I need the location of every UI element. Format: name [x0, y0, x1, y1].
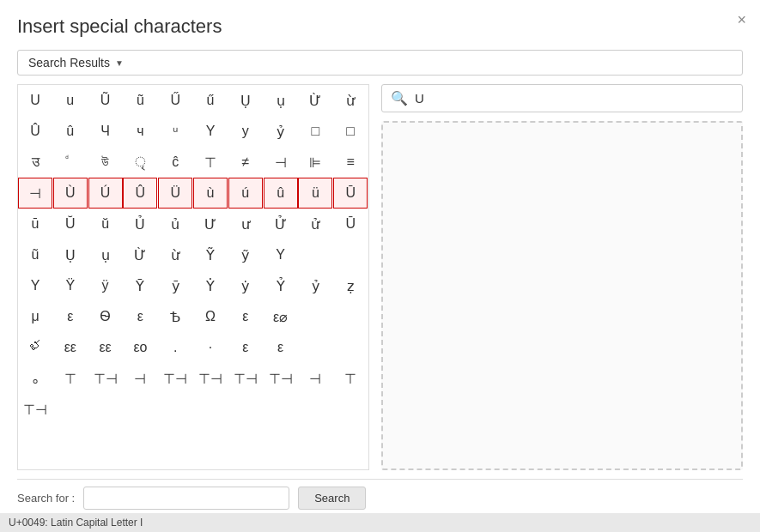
char-cell[interactable]: ε	[123, 301, 157, 332]
char-cell[interactable]: ᵘ	[158, 116, 192, 147]
char-cell[interactable]: ε	[53, 301, 88, 332]
char-cell[interactable]: ⊤⊣	[193, 363, 228, 394]
char-cell[interactable]: ⊤⊣	[18, 394, 52, 425]
char-cell[interactable]: ử	[298, 209, 332, 239]
char-cell[interactable]: ũ	[123, 85, 157, 116]
char-cell[interactable]: ⊣	[18, 178, 52, 209]
char-cell[interactable]: ⊤	[333, 363, 368, 394]
char-cell[interactable]	[333, 301, 368, 332]
char-cell[interactable]: ư	[228, 209, 263, 239]
char-cell[interactable]: û	[264, 178, 298, 209]
char-cell[interactable]: उ	[18, 147, 52, 178]
char-cell[interactable]: ụ	[264, 85, 298, 116]
char-cell[interactable]	[333, 239, 368, 270]
char-cell[interactable]: উ	[88, 147, 123, 178]
char-cell[interactable]: ⊫	[298, 147, 332, 178]
char-cell[interactable]: εo	[123, 332, 157, 363]
char-cell[interactable]: Y	[18, 270, 52, 301]
char-cell[interactable]: ч	[123, 116, 157, 147]
char-cell[interactable]: Ω	[193, 301, 228, 332]
close-button[interactable]: ×	[737, 12, 746, 27]
char-cell[interactable]: Ừ	[123, 239, 157, 270]
char-cell[interactable]: ≡	[333, 147, 368, 178]
char-cell[interactable]: ₒ	[18, 363, 52, 394]
char-cell[interactable]: □	[333, 116, 368, 147]
char-cell[interactable]: ⊤⊣	[88, 363, 123, 394]
char-cell[interactable]: ళ	[18, 332, 52, 363]
char-cell[interactable]: Ư	[193, 209, 228, 239]
char-cell[interactable]: ỷ	[264, 116, 298, 147]
char-cell[interactable]: ú	[228, 178, 263, 209]
char-cell[interactable]	[298, 301, 332, 332]
char-cell[interactable]: ·	[193, 332, 228, 363]
char-cell[interactable]: ü	[298, 178, 332, 209]
char-cell[interactable]: Ử	[264, 209, 298, 239]
char-cell[interactable]: □	[298, 116, 332, 147]
char-cell[interactable]: ŭ	[88, 209, 123, 239]
char-cell[interactable]: ε	[264, 332, 298, 363]
char-cell[interactable]: ⊤⊣	[264, 363, 298, 394]
char-cell[interactable]: ε⌀	[264, 301, 298, 332]
char-cell[interactable]: ừ	[333, 85, 368, 116]
char-cell[interactable]: ⊣	[298, 363, 332, 394]
char-cell[interactable]: Ụ	[53, 239, 88, 270]
char-cell[interactable]: ε	[228, 301, 263, 332]
char-cell[interactable]: ⊤	[53, 363, 88, 394]
char-cell[interactable]: U	[18, 85, 52, 116]
char-cell[interactable]: ĉ	[158, 147, 192, 178]
char-cell[interactable]: Y	[264, 239, 298, 270]
char-cell[interactable]: Û	[123, 178, 157, 209]
char-cell[interactable]: Û	[18, 116, 52, 147]
char-cell[interactable]: εε	[88, 332, 123, 363]
char-cell[interactable]: Ѣ	[158, 301, 192, 332]
char-cell[interactable]	[298, 332, 332, 363]
char-cell[interactable]: Ủ	[123, 209, 157, 239]
char-cell[interactable]: ⊤⊣	[228, 363, 263, 394]
char-cell[interactable]: Ű	[158, 85, 192, 116]
char-cell[interactable]: ≠	[228, 147, 263, 178]
char-cell[interactable]: ৃ	[123, 147, 157, 178]
char-cell[interactable]: Y	[193, 116, 228, 147]
char-cell[interactable]: Ụ	[228, 85, 263, 116]
char-cell[interactable]: Ŭ	[53, 209, 88, 239]
char-cell[interactable]: Ÿ	[53, 270, 88, 301]
char-cell[interactable]: ù	[193, 178, 228, 209]
char-cell[interactable]: .	[158, 332, 192, 363]
char-cell[interactable]: u	[53, 85, 88, 116]
char-cell[interactable]: ű	[193, 85, 228, 116]
right-search-input[interactable]	[415, 91, 733, 106]
char-cell[interactable]: ủ	[158, 209, 192, 239]
char-cell[interactable]: ẓ	[333, 270, 368, 301]
char-cell[interactable]: ỹ	[228, 239, 263, 270]
char-cell[interactable]	[53, 394, 88, 425]
char-cell[interactable]: Ü	[158, 178, 192, 209]
char-cell[interactable]: ⊣	[123, 363, 157, 394]
char-cell[interactable]: μ	[18, 301, 52, 332]
char-cell[interactable]: Ỷ	[264, 270, 298, 301]
char-cell[interactable]: ͩ	[53, 147, 88, 178]
char-cell[interactable]: Ч	[88, 116, 123, 147]
char-cell[interactable]: εε	[53, 332, 88, 363]
char-cell[interactable]: Ѳ	[88, 301, 123, 332]
search-button[interactable]: Search	[298, 487, 366, 510]
char-cell[interactable]: Ú	[88, 178, 123, 209]
char-cell[interactable]: ừ	[158, 239, 192, 270]
char-cell[interactable]: Ỹ	[193, 239, 228, 270]
char-cell[interactable]: ⊤⊣	[158, 363, 192, 394]
char-cell[interactable]: ụ	[88, 239, 123, 270]
char-cell[interactable]: Ū	[333, 209, 368, 239]
char-cell[interactable]: ⊣	[264, 147, 298, 178]
char-cell[interactable]: û	[53, 116, 88, 147]
category-dropdown[interactable]: Search Results ▼	[17, 50, 743, 76]
char-cell[interactable]: ÿ	[88, 270, 123, 301]
char-cell[interactable]: ȳ	[158, 270, 192, 301]
char-cell[interactable]	[333, 332, 368, 363]
char-cell[interactable]: Ừ	[298, 85, 332, 116]
char-cell[interactable]: Ù	[53, 178, 88, 209]
char-cell[interactable]: ỷ	[298, 270, 332, 301]
char-cell[interactable]: ε	[228, 332, 263, 363]
char-cell[interactable]: ⊤	[193, 147, 228, 178]
char-cell[interactable]: Ẏ	[193, 270, 228, 301]
char-cell[interactable]: ū	[18, 209, 52, 239]
char-cell[interactable]: Ũ	[88, 85, 123, 116]
